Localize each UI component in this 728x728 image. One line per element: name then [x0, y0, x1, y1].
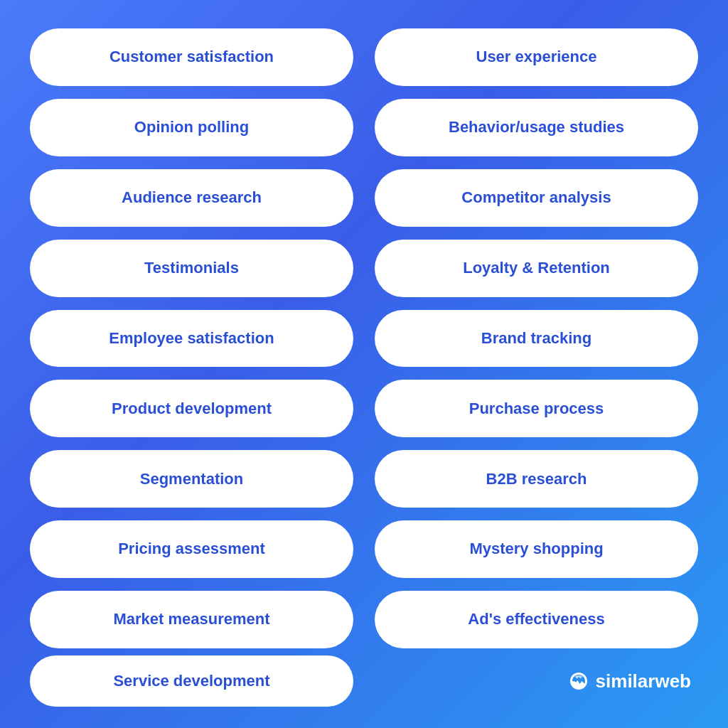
pill-label-right-8: Ad's effectiveness — [468, 610, 604, 628]
pill-label-left-2: Audience research — [122, 188, 262, 207]
svg-point-0 — [572, 682, 576, 685]
pill-right-0: User experience — [375, 28, 698, 86]
pill-left-3: Testimonials — [30, 240, 353, 297]
pill-left-4: Employee satisfaction — [30, 310, 353, 368]
pill-left-2: Audience research — [30, 169, 353, 227]
pill-label-right-5: Purchase process — [469, 400, 604, 418]
pill-label-left-6: Segmentation — [140, 470, 243, 488]
pill-left-6: Segmentation — [30, 450, 353, 508]
pill-label-right-2: Competitor analysis — [461, 188, 611, 207]
pills-grid: Customer satisfactionUser experienceOpin… — [30, 28, 698, 648]
pill-left-8: Market measurement — [30, 591, 353, 648]
pill-left-1: Opinion polling — [30, 99, 353, 156]
pill-label-left-7: Pricing assessment — [118, 540, 265, 558]
pill-label-service-development: Service development — [113, 672, 269, 690]
pill-label-left-0: Customer satisfaction — [109, 48, 274, 66]
page-container: Customer satisfactionUser experienceOpin… — [0, 0, 728, 728]
pill-right-8: Ad's effectiveness — [375, 591, 698, 648]
pill-right-7: Mystery shopping — [375, 520, 698, 578]
pill-right-4: Brand tracking — [375, 310, 698, 368]
pill-left-5: Product development — [30, 380, 353, 437]
pill-right-3: Loyalty & Retention — [375, 240, 698, 297]
pill-label-left-8: Market measurement — [113, 610, 269, 628]
pill-label-left-5: Product development — [112, 400, 272, 418]
bottom-row: Service development similarweb — [30, 655, 698, 707]
pill-label-right-4: Brand tracking — [481, 329, 592, 348]
pill-label-right-6: B2B research — [486, 470, 587, 488]
pill-right-6: B2B research — [375, 450, 698, 508]
pill-label-left-3: Testimonials — [144, 259, 239, 277]
pill-service-development: Service development — [30, 655, 353, 707]
pill-label-right-3: Loyalty & Retention — [463, 259, 610, 277]
brand-logo: similarweb — [567, 670, 691, 692]
pill-label-right-0: User experience — [476, 48, 597, 66]
pill-left-0: Customer satisfaction — [30, 28, 353, 86]
pill-left-7: Pricing assessment — [30, 520, 353, 578]
pill-label-right-1: Behavior/usage studies — [449, 118, 624, 136]
pill-right-1: Behavior/usage studies — [375, 99, 698, 156]
brand-name: similarweb — [596, 670, 691, 692]
pill-label-right-7: Mystery shopping — [469, 540, 603, 558]
similarweb-logo-icon — [567, 670, 590, 692]
pill-label-left-1: Opinion polling — [134, 118, 249, 136]
pill-right-2: Competitor analysis — [375, 169, 698, 227]
pill-label-left-4: Employee satisfaction — [109, 329, 274, 348]
pill-right-5: Purchase process — [375, 380, 698, 437]
